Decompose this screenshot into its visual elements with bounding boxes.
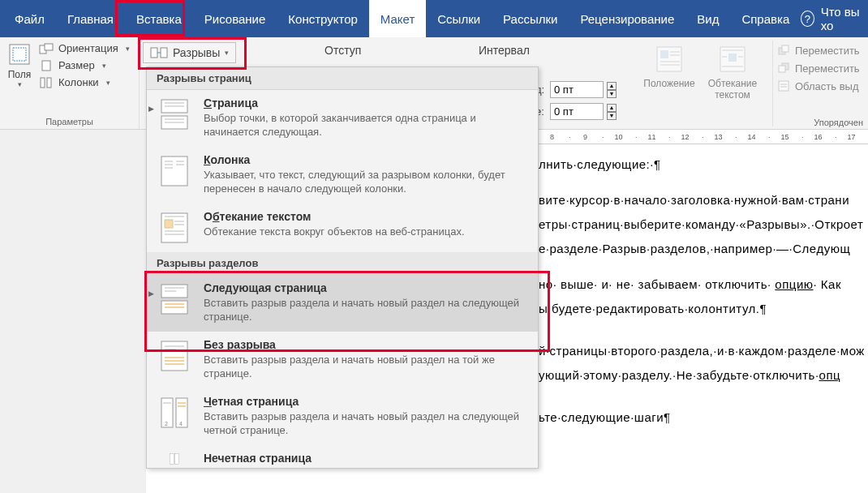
document-area[interactable]: лнить·следующие:·¶ вите·курсор·в·начало·… — [535, 146, 868, 493]
indent-label: Отступ — [324, 44, 361, 57]
break-page-item[interactable]: ▶ Страница Выбор точки, в которой заканч… — [147, 90, 538, 147]
column-break-icon — [160, 155, 189, 187]
doc-line: вите·курсор·в·начало·заголовка·нужной·ва… — [539, 188, 865, 212]
svg-rect-7 — [151, 48, 157, 58]
orientation-icon — [39, 43, 54, 54]
page-setup-caption: Параметры — [5, 117, 134, 129]
group-position: Положение Обтекание текстом — [638, 41, 773, 126]
doc-line: ующий·этому·разделу.·Не·забудьте·отключи… — [539, 363, 865, 388]
doc-line: лнить·следующие:·¶ — [539, 152, 865, 177]
next-page-break-icon — [160, 283, 189, 315]
group-page-setup: Поля ▾ Ориентация▾ Размер▾ Колонки▾ Пара… — [0, 37, 140, 129]
doc-line: ьте·следующие·шаги¶ — [539, 405, 865, 430]
tell-me-text[interactable]: Что вы хо — [821, 5, 865, 32]
page-break-icon — [160, 98, 189, 131]
svg-rect-67 — [175, 454, 179, 465]
tab-references[interactable]: Ссылки — [426, 0, 492, 37]
spacing-before-input[interactable] — [550, 81, 604, 98]
doc-line: е·разделе·Разрыв·разделов,·например·—·Сл… — [539, 237, 865, 261]
break-odd-page-item[interactable]: Нечетная страница — [147, 445, 538, 468]
svg-rect-8 — [161, 48, 167, 58]
wrap-text-button[interactable]: Обтекание текстом — [701, 41, 764, 126]
svg-rect-10 — [660, 50, 668, 58]
svg-text:4: 4 — [179, 421, 183, 427]
dropdown-header-section-breaks: Разрывы разделов — [147, 252, 538, 275]
break-column-item[interactable]: Колонка Указывает, что текст, следующий … — [147, 147, 538, 204]
columns-icon — [39, 77, 54, 88]
title-bar: Файл Главная Вставка Рисование Конструкт… — [0, 0, 868, 37]
selection-pane-icon — [777, 79, 790, 92]
break-next-page-item[interactable]: ▶ Следующая страница Вставить разрыв раз… — [147, 275, 538, 332]
svg-rect-6 — [47, 78, 51, 88]
send-backward-icon — [777, 62, 790, 75]
bring-forward-icon — [777, 44, 790, 57]
textwrap-break-icon — [160, 212, 189, 244]
interval-fields: д: ▲▼ е: ▲▼ — [535, 81, 617, 120]
doc-line: но· выше· и· не· забываем· отключить· оп… — [539, 272, 865, 297]
tell-me-icon[interactable]: ? — [801, 11, 814, 27]
svg-text:2: 2 — [165, 421, 168, 427]
position-icon — [654, 44, 685, 75]
spacing-after-input[interactable] — [550, 103, 604, 120]
svg-rect-3 — [45, 44, 53, 50]
break-textwrap-item[interactable]: Обтекание текстом Обтекание текста вокру… — [147, 204, 538, 252]
tab-help[interactable]: Справка — [730, 0, 801, 37]
tab-design[interactable]: Конструктор — [277, 0, 369, 37]
svg-rect-41 — [165, 220, 173, 228]
document-gutter — [0, 130, 146, 493]
tab-layout[interactable]: Макет — [369, 0, 426, 37]
bring-forward-button[interactable]: Переместить — [777, 44, 860, 57]
break-even-page-item[interactable]: 24 Четная страница Вставить разрыв разде… — [147, 388, 538, 445]
interval-label: Интервал — [479, 44, 530, 57]
odd-page-break-icon — [160, 453, 189, 465]
margins-button[interactable]: Поля ▾ — [5, 41, 34, 88]
svg-rect-53 — [161, 341, 187, 371]
svg-rect-24 — [779, 66, 785, 72]
even-page-break-icon: 24 — [160, 397, 189, 429]
doc-line: й·страницы·второго·раздела,·и·в·каждом·р… — [539, 339, 865, 363]
orientation-button[interactable]: Ориентация▾ — [39, 42, 130, 54]
position-button[interactable]: Положение — [638, 41, 701, 126]
margins-icon — [8, 43, 31, 66]
svg-rect-66 — [170, 454, 174, 465]
svg-rect-34 — [161, 156, 187, 186]
svg-rect-25 — [779, 81, 789, 91]
group-arrange: Переместить Переместить Область выд — [777, 44, 860, 92]
svg-rect-5 — [41, 78, 45, 88]
continuous-break-icon — [160, 340, 189, 372]
send-backward-button[interactable]: Переместить — [777, 62, 860, 75]
submenu-arrow-icon: ▶ — [148, 289, 154, 298]
ruler[interactable]: 8 9 10 11 12 13 14 15 16 17 — [535, 130, 868, 144]
columns-button[interactable]: Колонки▾ — [39, 76, 130, 88]
tab-view[interactable]: Вид — [685, 0, 730, 37]
svg-rect-16 — [728, 54, 737, 62]
tab-draw[interactable]: Рисование — [193, 0, 277, 37]
breaks-button[interactable]: Разрывы ▾ — [143, 42, 236, 63]
submenu-arrow-icon: ▶ — [148, 105, 154, 113]
doc-line: етры·страниц·выберите·команду·«Разрывы».… — [539, 212, 865, 237]
spacing-before-spinner[interactable]: ▲▼ — [607, 82, 617, 98]
tab-review[interactable]: Рецензирование — [569, 0, 685, 37]
tab-home[interactable]: Главная — [56, 0, 125, 37]
break-continuous-item[interactable]: Без разрыва Вставить разрыв раздела и на… — [147, 332, 538, 388]
tab-file[interactable]: Файл — [3, 0, 56, 37]
dropdown-header-page-breaks: Разрывы страниц — [147, 67, 538, 90]
spacing-after-spinner[interactable]: ▲▼ — [607, 104, 617, 120]
size-button[interactable]: Размер▾ — [39, 59, 130, 71]
doc-line: ы·будете·редактировать·колонтитул.¶ — [539, 297, 865, 321]
arrange-caption: Упорядочен — [814, 118, 863, 127]
selection-pane-button[interactable]: Область выд — [777, 79, 860, 92]
svg-rect-4 — [42, 61, 50, 71]
tab-mailings[interactable]: Рассылки — [492, 0, 569, 37]
breaks-icon — [150, 47, 168, 58]
svg-rect-22 — [782, 45, 789, 52]
breaks-dropdown: Разрывы страниц ▶ Страница Выбор точки, … — [146, 66, 539, 469]
tab-insert[interactable]: Вставка — [125, 0, 193, 37]
wrap-text-icon — [717, 44, 748, 75]
size-icon — [39, 60, 54, 71]
